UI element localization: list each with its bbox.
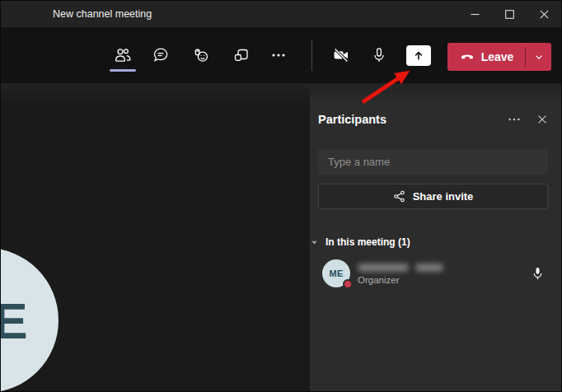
teams-meeting-window: New channel meeting [0, 0, 562, 392]
leave-label: Leave [481, 50, 514, 63]
titlebar: New channel meeting [1, 1, 561, 27]
section-label: In this meeting (1) [325, 236, 410, 248]
participants-panel: Participants [310, 83, 562, 391]
close-window-button[interactable] [527, 1, 561, 27]
participant-info: Organizer [358, 263, 443, 285]
chevron-down-icon [533, 51, 545, 63]
reactions-button[interactable] [183, 36, 219, 74]
microphone-icon [370, 46, 388, 64]
meeting-toolbar: Leave [1, 27, 561, 83]
minimize-icon [471, 10, 480, 19]
leave-button-group: Leave [447, 43, 551, 71]
participants-tab-button[interactable] [105, 36, 141, 74]
microphone-icon [531, 266, 545, 282]
share-icon [393, 190, 405, 203]
hang-up-icon [459, 49, 475, 65]
breakout-rooms-button[interactable] [223, 36, 260, 74]
chevron-down-icon [311, 239, 318, 246]
minimize-button[interactable] [457, 1, 492, 27]
maximize-icon [505, 10, 514, 19]
reactions-icon [192, 46, 210, 64]
toolbar-divider [311, 40, 312, 71]
leave-options-button[interactable] [526, 43, 551, 71]
chat-button[interactable] [143, 36, 179, 74]
stage-avatar: ME [1, 248, 59, 391]
in-this-meeting-section[interactable]: In this meeting (1) [311, 235, 555, 250]
panel-close-button[interactable] [533, 110, 551, 128]
participant-row[interactable]: ME Organizer [310, 254, 562, 292]
share-screen-icon [406, 45, 431, 66]
maximize-button[interactable] [492, 1, 527, 27]
panel-more-options-button[interactable] [505, 110, 523, 128]
participant-mic-button[interactable] [531, 266, 545, 282]
stage-avatar-initials: ME [1, 292, 30, 350]
more-options-icon [507, 112, 522, 127]
leave-button[interactable]: Leave [447, 43, 525, 71]
panel-title: Participants [318, 113, 386, 126]
breakout-rooms-icon [232, 46, 251, 64]
panel-header-actions [505, 110, 551, 128]
status-badge-busy [343, 279, 353, 289]
avatar: ME [322, 259, 350, 287]
mic-toggle-button[interactable] [361, 36, 397, 74]
participants-icon [114, 46, 132, 64]
share-invite-label: Share invite [413, 190, 474, 203]
participant-name-blurred [358, 263, 443, 273]
camera-off-icon [332, 46, 350, 64]
close-icon [536, 113, 549, 126]
active-tab-indicator [110, 69, 136, 72]
window-controls [457, 1, 561, 27]
share-screen-button[interactable] [400, 36, 437, 74]
video-stage: ME [1, 83, 310, 391]
panel-header: Participants [318, 110, 551, 129]
close-icon [540, 10, 549, 19]
chat-icon [152, 46, 170, 64]
participant-role: Organizer [358, 275, 443, 285]
camera-toggle-button[interactable] [323, 36, 359, 74]
more-actions-button[interactable] [260, 36, 297, 74]
window-title: New channel meeting [53, 8, 152, 20]
invite-name-input[interactable] [318, 149, 548, 175]
more-icon [269, 46, 288, 64]
share-invite-button[interactable]: Share invite [318, 184, 548, 209]
